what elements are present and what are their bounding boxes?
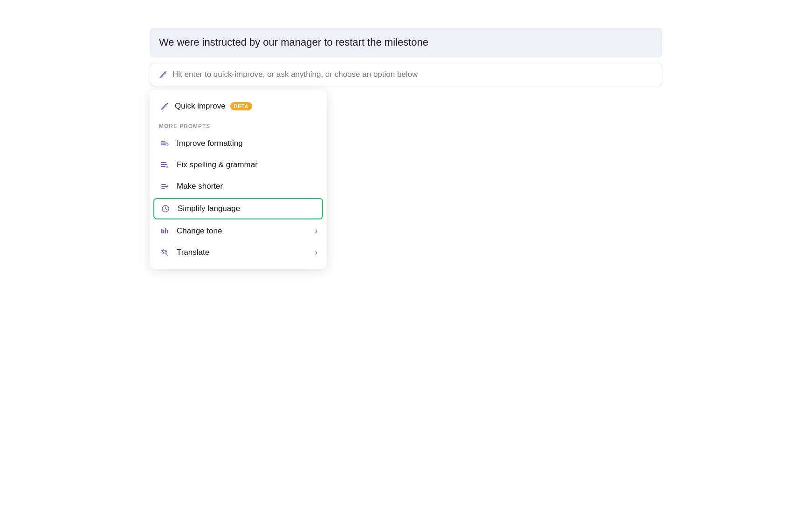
main-container: We were instructed by our manager to res… [150, 28, 662, 269]
svg-rect-2 [161, 141, 165, 142]
svg-rect-9 [163, 230, 165, 233]
svg-rect-10 [165, 228, 166, 233]
quick-improve-icon [159, 102, 170, 111]
quick-improve-label: Quick improve [175, 102, 226, 111]
svg-point-1 [167, 102, 168, 104]
translate-icon [159, 248, 170, 257]
make-shorter-item[interactable]: Make shorter [150, 176, 327, 197]
search-bar[interactable] [150, 63, 662, 86]
translate-chevron: › [315, 248, 317, 257]
make-shorter-icon [159, 182, 170, 191]
improve-formatting-icon [159, 139, 170, 148]
svg-rect-6 [161, 164, 167, 165]
svg-rect-11 [167, 230, 168, 233]
simplify-language-icon [160, 204, 171, 213]
search-input[interactable] [172, 70, 654, 79]
quick-improve-item[interactable]: Quick improve BETA [150, 96, 327, 117]
more-prompts-section: MORE PROMPTS [150, 117, 327, 133]
improve-formatting-item[interactable]: Improve formatting [150, 133, 327, 154]
beta-badge: BETA [230, 102, 252, 110]
svg-rect-7 [161, 166, 165, 167]
selected-text-bar: We were instructed by our manager to res… [150, 28, 662, 57]
svg-point-0 [165, 71, 167, 72]
change-tone-icon [159, 226, 170, 236]
svg-rect-3 [161, 143, 167, 143]
section-label: MORE PROMPTS [159, 123, 210, 130]
translate-label: Translate [177, 248, 309, 257]
ai-pencil-icon [158, 70, 168, 79]
simplify-language-item[interactable]: Simplify language [153, 198, 323, 219]
fix-spelling-icon [159, 160, 170, 170]
svg-rect-5 [161, 162, 166, 163]
improve-formatting-label: Improve formatting [177, 139, 317, 148]
make-shorter-label: Make shorter [177, 182, 317, 191]
dropdown-menu: Quick improve BETA MORE PROMPTS Improve … [150, 90, 327, 269]
svg-rect-8 [161, 229, 163, 233]
fix-spelling-label: Fix spelling & grammar [177, 160, 317, 170]
selected-text: We were instructed by our manager to res… [159, 36, 428, 48]
simplify-language-label: Simplify language [178, 204, 317, 213]
fix-spelling-item[interactable]: Fix spelling & grammar [150, 154, 327, 176]
change-tone-item[interactable]: Change tone › [150, 220, 327, 242]
svg-rect-4 [161, 144, 166, 145]
translate-item[interactable]: Translate › [150, 242, 327, 263]
change-tone-chevron: › [315, 227, 317, 235]
change-tone-label: Change tone [177, 226, 309, 236]
